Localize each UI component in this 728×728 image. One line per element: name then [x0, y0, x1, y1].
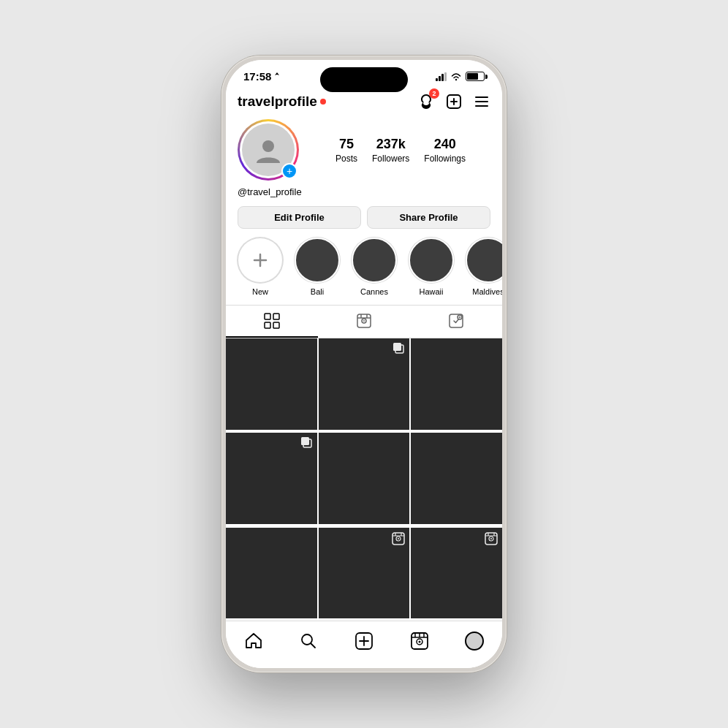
- dynamic-island: [320, 67, 408, 92]
- grid-icon: [264, 313, 280, 329]
- multi-post-icon-2: [393, 343, 405, 354]
- phone-frame: 17:58: [221, 56, 507, 672]
- tab-tagged[interactable]: [410, 306, 502, 338]
- highlight-bali[interactable]: Bali: [295, 238, 340, 296]
- nav-profile[interactable]: [456, 629, 493, 653]
- post-7[interactable]: [226, 528, 317, 619]
- nav-home[interactable]: [235, 629, 272, 653]
- post-3[interactable]: [411, 338, 502, 430]
- reels-icon: [356, 313, 372, 329]
- nav-reels-icon: [410, 632, 429, 651]
- plus-icon: [251, 251, 270, 270]
- posts-count: 75: [339, 137, 354, 152]
- bali-label: Bali: [311, 287, 324, 296]
- nav-profile-avatar: [465, 632, 484, 651]
- status-time: 17:58: [243, 70, 281, 83]
- edit-profile-button[interactable]: Edit Profile: [238, 206, 361, 229]
- svg-rect-11: [393, 343, 401, 351]
- new-highlight-circle: [238, 238, 283, 283]
- add-post-button[interactable]: [445, 93, 463, 110]
- hawaii-circle: [409, 238, 454, 283]
- svg-point-20: [490, 538, 492, 539]
- content-tabs: [226, 305, 502, 338]
- post-9[interactable]: [411, 528, 502, 619]
- tab-reels[interactable]: [318, 306, 410, 338]
- post-6[interactable]: [411, 433, 502, 524]
- threads-button[interactable]: 2: [417, 93, 435, 110]
- nav-reels[interactable]: [401, 629, 438, 653]
- svg-rect-2: [265, 314, 270, 319]
- time-display: 17:58: [243, 70, 271, 83]
- post-8[interactable]: [319, 528, 410, 619]
- online-dot: [320, 99, 326, 105]
- add-story-button[interactable]: +: [281, 163, 297, 179]
- user-handle: @travel_profile: [226, 186, 502, 203]
- tab-grid[interactable]: [226, 306, 318, 338]
- reel-icon-8: [392, 532, 405, 545]
- posts-label: Posts: [335, 153, 357, 164]
- search-icon: [299, 632, 318, 651]
- post-5[interactable]: [319, 433, 410, 524]
- tagged-icon: [448, 313, 464, 329]
- add-icon: [354, 632, 374, 651]
- username: travelprofile: [238, 94, 317, 110]
- status-bar: 17:58: [226, 60, 502, 87]
- following-label: Followings: [424, 153, 466, 164]
- highlight-hawaii[interactable]: Hawaii: [409, 238, 454, 296]
- hamburger-icon: [473, 93, 490, 110]
- layers-icon: [393, 343, 405, 354]
- highlight-cannes[interactable]: Cannes: [352, 238, 397, 296]
- reel-icon-9: [485, 532, 498, 545]
- multi-post-icon-4: [301, 437, 313, 449]
- username-row: travelprofile: [238, 94, 326, 110]
- following-stat[interactable]: 240 Followings: [424, 137, 466, 164]
- svg-point-8: [363, 320, 365, 322]
- bali-circle: [295, 238, 340, 283]
- maldives-label: Maldives: [472, 287, 502, 296]
- profile-info-row: + 75 Posts 237k Followers 240 Followings: [226, 110, 502, 186]
- followers-count: 237k: [376, 137, 406, 152]
- home-icon: [244, 632, 263, 651]
- share-profile-button[interactable]: Share Profile: [367, 206, 490, 229]
- plus-square-icon: [445, 93, 463, 110]
- stats-row: 75 Posts 237k Followers 240 Followings: [311, 137, 490, 164]
- phone-screen: 17:58: [226, 60, 502, 668]
- reel-play-icon: [392, 532, 405, 545]
- following-count: 240: [434, 137, 456, 152]
- nav-add[interactable]: [346, 629, 382, 653]
- cannes-circle: [352, 238, 397, 283]
- location-icon: [273, 72, 281, 81]
- notification-badge: 2: [429, 88, 439, 99]
- post-4[interactable]: [226, 433, 317, 524]
- header-icons: 2: [417, 93, 490, 110]
- avatar-container: +: [238, 119, 299, 181]
- svg-point-17: [398, 538, 399, 539]
- followers-label: Followers: [372, 153, 409, 164]
- bottom-nav: [226, 621, 502, 668]
- highlights-row: New Bali Cannes Hawaii: [226, 238, 502, 305]
- menu-button[interactable]: [473, 93, 490, 110]
- highlight-maldives[interactable]: Maldives: [466, 238, 502, 296]
- signal-icon: [436, 72, 447, 81]
- svg-point-25: [418, 641, 420, 643]
- nav-search[interactable]: [290, 629, 327, 653]
- posts-stat[interactable]: 75 Posts: [335, 137, 357, 164]
- highlight-new[interactable]: New: [238, 238, 283, 296]
- wifi-icon: [450, 72, 462, 81]
- svg-point-1: [262, 140, 274, 152]
- status-icons: [436, 72, 485, 81]
- app-content: travelprofile 2: [226, 87, 502, 668]
- person-icon: [254, 135, 283, 164]
- followers-stat[interactable]: 237k Followers: [372, 137, 409, 164]
- svg-rect-4: [265, 322, 270, 328]
- layers-icon-2: [301, 437, 313, 449]
- hawaii-label: Hawaii: [419, 287, 443, 296]
- svg-rect-3: [273, 314, 279, 319]
- svg-rect-13: [301, 437, 309, 445]
- action-buttons: Edit Profile Share Profile: [226, 203, 502, 238]
- posts-grid: [226, 338, 502, 621]
- post-1[interactable]: [226, 338, 317, 430]
- svg-rect-5: [273, 322, 279, 328]
- battery-icon: [466, 72, 485, 81]
- post-2[interactable]: [319, 338, 410, 430]
